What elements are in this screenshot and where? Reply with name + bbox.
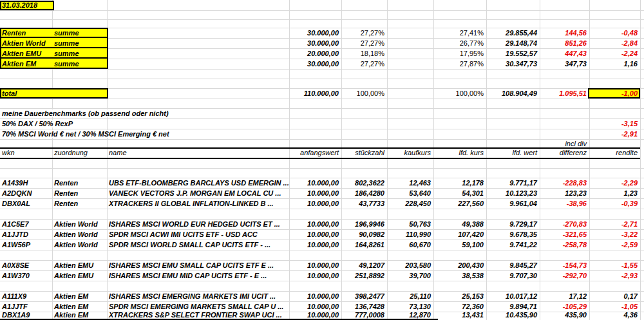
zuordnung-cell[interactable]: Aktien EM [54,303,88,310]
summary-lfd-wert-cell[interactable]: 19.552,57 [506,50,537,57]
kaufkurs-cell[interactable]: 12,463 [409,179,431,187]
header-wkn[interactable]: wkn [2,149,15,156]
wkn-cell[interactable]: A1439H [2,179,28,187]
zuordnung-cell[interactable]: Aktien EMU [54,261,93,269]
zuordnung-cell[interactable]: Aktien EM [54,292,88,300]
stueckzahl-cell[interactable]: 49,1207 [359,261,384,269]
differenz-cell[interactable]: 435,90 [565,311,587,319]
header-rendite[interactable]: rendite [616,149,638,156]
summary-anfangswert-cell[interactable]: 30.000,00 [307,39,339,47]
differenz-cell[interactable]: -258,78 [563,241,587,249]
summary-differenz-cell[interactable]: 447,43 [565,50,587,57]
summary-ist-pct-cell[interactable]: 27,87% [460,60,484,68]
wkn-cell[interactable]: DBX1A9 [2,311,30,319]
differenz-cell[interactable]: -270,83 [563,220,587,228]
zuordnung-cell[interactable]: Renten [54,200,78,207]
summary-lfd-wert-cell[interactable]: 30.347,73 [506,60,537,68]
stueckzahl-cell[interactable]: 777,0008 [355,311,384,319]
lfd-kurs-cell[interactable]: 25,153 [462,292,484,300]
lfd-kurs-cell[interactable]: 38,538 [462,272,484,279]
anfangswert-cell[interactable]: 10.000,00 [307,272,339,279]
rendite-cell[interactable]: 0,17 [624,292,638,300]
summary-summe-cell[interactable]: summe [54,29,79,37]
zuordnung-cell[interactable]: Aktien EMU [54,272,93,279]
summary-label-cell[interactable]: Aktien World [2,39,46,47]
wkn-cell[interactable]: A1JJTF [2,303,28,310]
incl-div-note[interactable]: incl div [565,140,587,147]
lfd-kurs-cell[interactable]: 59,100 [462,241,484,249]
summary-differenz-cell[interactable]: 144,56 [565,29,587,37]
header-anfangswert[interactable]: anfangswert [300,149,339,156]
anfangswert-cell[interactable]: 10.000,00 [307,261,339,269]
header-kaufkurs[interactable]: kaufkurs [404,149,431,156]
kaufkurs-cell[interactable]: 53,640 [409,189,431,197]
name-cell[interactable]: SPDR MSCI EMERGING MARKETS SMALL CAP U .… [109,303,283,310]
lfd-kurs-cell[interactable]: 12,178 [462,179,484,187]
wkn-cell[interactable]: A1JJTD [2,231,28,238]
differenz-cell[interactable]: -105,29 [563,303,587,310]
stueckzahl-cell[interactable]: 802,3622 [355,179,384,187]
name-cell[interactable]: ISHARES MSCI EMERGING MARKETS IMI UCIT .… [109,292,276,300]
differenz-cell[interactable]: 17,12 [569,292,587,300]
stueckzahl-cell[interactable]: 398,2477 [355,292,384,300]
lfd-wert-cell[interactable]: 9.678,35 [509,231,537,238]
kaufkurs-cell[interactable]: 12,870 [409,311,431,319]
lfd-kurs-cell[interactable]: 200,430 [458,261,484,269]
summary-label-cell[interactable]: Aktien EM [2,60,36,68]
summary-lfd-wert-cell[interactable]: 29.855,44 [506,29,537,37]
kaufkurs-cell[interactable]: 110,990 [406,231,431,238]
differenz-cell[interactable]: -292,70 [563,272,587,279]
summary-soll-pct-cell[interactable]: 27,27% [361,39,384,47]
summary-anfangswert-cell[interactable]: 20.000,00 [307,50,339,57]
kaufkurs-cell[interactable]: 25,110 [410,292,431,300]
total-differenz-cell[interactable]: 1.095,51 [559,89,587,97]
stueckzahl-cell[interactable]: 136,7428 [355,303,384,310]
lfd-kurs-cell[interactable]: 49,388 [462,220,484,228]
date-cell[interactable]: 31.03.2018 [2,1,37,9]
stueckzahl-cell[interactable]: 196,9946 [355,220,384,228]
name-cell[interactable]: SPDR MSCI ACWI IMI UCITS ETF - USD ACC [109,231,258,238]
lfd-kurs-cell[interactable]: 227,560 [458,200,484,207]
summary-ist-pct-cell[interactable]: 27,41% [460,29,484,37]
header-stueckzahl[interactable]: stückzahl [355,149,384,156]
anfangswert-cell[interactable]: 10.000,00 [307,311,339,319]
differenz-cell[interactable]: -321,65 [563,231,587,238]
lfd-wert-cell[interactable]: 10.017,12 [506,292,537,300]
summary-label-cell[interactable]: Aktien EMU [2,50,41,57]
anfangswert-cell[interactable]: 10.000,00 [307,303,339,310]
header-differenz[interactable]: differenz [560,149,587,156]
zuordnung-cell[interactable]: Aktien World [54,241,98,249]
summary-ist-pct-cell[interactable]: 26,77% [460,39,484,47]
benchmarks-title[interactable]: meine Dauerbenchmarks (ob passend oder n… [2,109,170,117]
summary-rendite-cell[interactable]: -2,84 [621,39,638,47]
differenz-cell[interactable]: -228,83 [563,179,587,187]
kaufkurs-cell[interactable]: 203,580 [405,261,431,269]
stueckzahl-cell[interactable]: 164,8261 [355,241,384,249]
summary-rendite-cell[interactable]: -0,48 [621,29,638,37]
lfd-wert-cell[interactable]: 10.123,23 [506,189,537,197]
lfd-wert-cell[interactable]: 9.729,17 [509,220,537,228]
kaufkurs-cell[interactable]: 39,700 [409,272,431,279]
summary-anfangswert-cell[interactable]: 30.000,00 [307,29,339,37]
summary-soll-pct-cell[interactable]: 18,18% [361,50,384,57]
zuordnung-cell[interactable]: Aktien World [54,231,98,238]
kaufkurs-cell[interactable]: 228,450 [405,200,431,207]
differenz-cell[interactable]: -154,73 [563,261,587,269]
summary-lfd-wert-cell[interactable]: 29.148,74 [506,39,537,47]
wkn-cell[interactable]: A1W370 [2,272,30,279]
total-label-cell[interactable]: total [2,89,17,97]
total-soll-pct-cell[interactable]: 100,00% [357,89,384,97]
header-lfd-kurs[interactable]: lfd. kurs [459,149,484,156]
lfd-kurs-cell[interactable]: 54,301 [462,189,484,197]
lfd-kurs-cell[interactable]: 72,360 [462,303,484,310]
name-cell[interactable]: ISHARES MSCI WORLD EUR HEDGED UCITS ET .… [109,220,280,228]
total-ist-pct-cell[interactable]: 100,00% [456,89,484,97]
summary-summe-cell[interactable]: summe [54,60,79,68]
anfangswert-cell[interactable]: 10.000,00 [307,231,339,238]
summary-soll-pct-cell[interactable]: 27,27% [361,29,384,37]
name-cell[interactable]: ISHARES MSCI EMU MID CAP UCITS ETF - E .… [109,272,267,279]
anfangswert-cell[interactable]: 10.000,00 [307,200,339,207]
rendite-cell[interactable]: 4,36 [624,311,638,319]
summary-ist-pct-cell[interactable]: 17,95% [460,50,484,57]
name-cell[interactable]: SPDR MSCI WORLD SMALL CAP UCITS ETF - ..… [109,241,270,249]
